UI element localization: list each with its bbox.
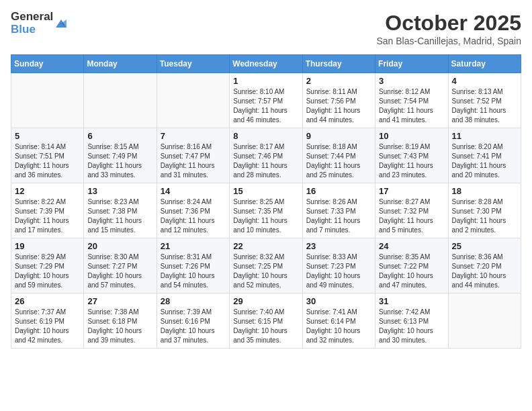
calendar-cell: 13Sunrise: 8:23 AM Sunset: 7:38 PM Dayli… (84, 183, 157, 238)
calendar-cell: 3Sunrise: 8:12 AM Sunset: 7:54 PM Daylig… (375, 73, 448, 128)
day-info: Sunrise: 8:27 AM Sunset: 7:32 PM Dayligh… (379, 197, 444, 235)
day-number: 2 (306, 76, 371, 86)
day-number: 6 (87, 131, 152, 141)
day-number: 10 (379, 131, 444, 141)
day-number: 22 (233, 241, 298, 251)
day-number: 1 (233, 76, 298, 86)
day-info: Sunrise: 7:42 AM Sunset: 6:13 PM Dayligh… (379, 308, 444, 345)
calendar-cell: 14Sunrise: 8:24 AM Sunset: 7:36 PM Dayli… (157, 183, 229, 238)
calendar-cell (157, 73, 229, 128)
calendar-cell: 27Sunrise: 7:38 AM Sunset: 6:18 PM Dayli… (84, 293, 157, 349)
calendar-cell: 18Sunrise: 8:28 AM Sunset: 7:30 PM Dayli… (448, 183, 521, 238)
calendar-cell: 22Sunrise: 8:32 AM Sunset: 7:25 PM Dayli… (230, 238, 302, 293)
calendar-cell: 21Sunrise: 8:31 AM Sunset: 7:26 PM Dayli… (157, 238, 229, 293)
calendar-cell: 15Sunrise: 8:25 AM Sunset: 7:35 PM Dayli… (230, 183, 302, 238)
day-info: Sunrise: 8:14 AM Sunset: 7:51 PM Dayligh… (15, 142, 80, 180)
day-info: Sunrise: 8:24 AM Sunset: 7:36 PM Dayligh… (161, 197, 226, 235)
day-info: Sunrise: 8:29 AM Sunset: 7:29 PM Dayligh… (15, 253, 80, 290)
calendar-cell: 31Sunrise: 7:42 AM Sunset: 6:13 PM Dayli… (375, 293, 448, 349)
day-info: Sunrise: 8:13 AM Sunset: 7:52 PM Dayligh… (452, 87, 517, 125)
day-info: Sunrise: 8:20 AM Sunset: 7:41 PM Dayligh… (452, 142, 517, 180)
calendar-cell: 30Sunrise: 7:41 AM Sunset: 6:14 PM Dayli… (302, 293, 375, 349)
calendar-cell: 1Sunrise: 8:10 AM Sunset: 7:57 PM Daylig… (230, 73, 302, 128)
calendar-table: SundayMondayTuesdayWednesdayThursdayFrid… (11, 54, 521, 349)
day-info: Sunrise: 8:18 AM Sunset: 7:44 PM Dayligh… (306, 142, 371, 180)
calendar-day-header: Thursday (302, 55, 375, 73)
day-number: 13 (87, 186, 152, 196)
logo-general-text: General (11, 11, 53, 24)
day-info: Sunrise: 7:39 AM Sunset: 6:16 PM Dayligh… (161, 308, 226, 345)
calendar-cell: 20Sunrise: 8:30 AM Sunset: 7:27 PM Dayli… (84, 238, 157, 293)
title-area: October 2025 San Blas-Canillejas, Madrid… (376, 11, 521, 46)
calendar-day-header: Tuesday (157, 55, 229, 73)
calendar-day-header: Sunday (11, 55, 84, 73)
day-info: Sunrise: 8:16 AM Sunset: 7:47 PM Dayligh… (161, 142, 226, 180)
day-number: 29 (233, 296, 298, 306)
calendar-cell (11, 73, 84, 128)
day-number: 24 (379, 241, 444, 251)
day-number: 27 (87, 296, 152, 306)
calendar-cell (84, 73, 157, 128)
day-info: Sunrise: 8:11 AM Sunset: 7:56 PM Dayligh… (306, 87, 371, 125)
calendar-day-header: Monday (84, 55, 157, 73)
logo-icon (54, 17, 68, 30)
calendar-cell (448, 293, 521, 349)
day-number: 18 (452, 186, 517, 196)
day-number: 28 (161, 296, 226, 306)
day-info: Sunrise: 8:23 AM Sunset: 7:38 PM Dayligh… (87, 197, 152, 235)
day-info: Sunrise: 8:12 AM Sunset: 7:54 PM Dayligh… (379, 87, 444, 125)
calendar-cell: 2Sunrise: 8:11 AM Sunset: 7:56 PM Daylig… (302, 73, 375, 128)
calendar-cell: 23Sunrise: 8:33 AM Sunset: 7:23 PM Dayli… (302, 238, 375, 293)
calendar-cell: 11Sunrise: 8:20 AM Sunset: 7:41 PM Dayli… (448, 128, 521, 183)
day-number: 25 (452, 241, 517, 251)
day-number: 14 (161, 186, 226, 196)
day-number: 30 (306, 296, 371, 306)
day-number: 9 (306, 131, 371, 141)
calendar-cell: 4Sunrise: 8:13 AM Sunset: 7:52 PM Daylig… (448, 73, 521, 128)
day-info: Sunrise: 8:33 AM Sunset: 7:23 PM Dayligh… (306, 253, 371, 290)
page-header: General Blue October 2025 San Blas-Canil… (11, 11, 521, 46)
day-info: Sunrise: 8:17 AM Sunset: 7:46 PM Dayligh… (233, 142, 298, 180)
calendar-cell: 28Sunrise: 7:39 AM Sunset: 6:16 PM Dayli… (157, 293, 229, 349)
calendar-cell: 7Sunrise: 8:16 AM Sunset: 7:47 PM Daylig… (157, 128, 229, 183)
day-info: Sunrise: 7:41 AM Sunset: 6:14 PM Dayligh… (306, 308, 371, 345)
calendar-week-row: 26Sunrise: 7:37 AM Sunset: 6:19 PM Dayli… (11, 293, 521, 349)
month-title: October 2025 (376, 11, 521, 36)
day-info: Sunrise: 8:28 AM Sunset: 7:30 PM Dayligh… (452, 197, 517, 235)
calendar-cell: 16Sunrise: 8:26 AM Sunset: 7:33 PM Dayli… (302, 183, 375, 238)
day-number: 15 (233, 186, 298, 196)
day-info: Sunrise: 8:31 AM Sunset: 7:26 PM Dayligh… (161, 253, 226, 290)
day-number: 12 (15, 186, 80, 196)
logo: General Blue (11, 11, 68, 36)
day-info: Sunrise: 8:19 AM Sunset: 7:43 PM Dayligh… (379, 142, 444, 180)
day-number: 11 (452, 131, 517, 141)
day-info: Sunrise: 8:26 AM Sunset: 7:33 PM Dayligh… (306, 197, 371, 235)
day-number: 19 (15, 241, 80, 251)
day-number: 21 (161, 241, 226, 251)
calendar-day-header: Friday (375, 55, 448, 73)
day-info: Sunrise: 8:15 AM Sunset: 7:49 PM Dayligh… (87, 142, 152, 180)
day-number: 4 (452, 76, 517, 86)
calendar-cell: 17Sunrise: 8:27 AM Sunset: 7:32 PM Dayli… (375, 183, 448, 238)
calendar-header-row: SundayMondayTuesdayWednesdayThursdayFrid… (11, 55, 521, 73)
day-number: 5 (15, 131, 80, 141)
day-number: 20 (87, 241, 152, 251)
calendar-cell: 8Sunrise: 8:17 AM Sunset: 7:46 PM Daylig… (230, 128, 302, 183)
day-info: Sunrise: 7:38 AM Sunset: 6:18 PM Dayligh… (87, 308, 152, 345)
day-info: Sunrise: 7:37 AM Sunset: 6:19 PM Dayligh… (15, 308, 80, 345)
calendar-day-header: Saturday (448, 55, 521, 73)
calendar-cell: 29Sunrise: 7:40 AM Sunset: 6:15 PM Dayli… (230, 293, 302, 349)
day-info: Sunrise: 7:40 AM Sunset: 6:15 PM Dayligh… (233, 308, 298, 345)
day-info: Sunrise: 8:35 AM Sunset: 7:22 PM Dayligh… (379, 253, 444, 290)
day-number: 16 (306, 186, 371, 196)
day-number: 26 (15, 296, 80, 306)
location-subtitle: San Blas-Canillejas, Madrid, Spain (376, 36, 521, 46)
day-info: Sunrise: 8:32 AM Sunset: 7:25 PM Dayligh… (233, 253, 298, 290)
calendar-week-row: 1Sunrise: 8:10 AM Sunset: 7:57 PM Daylig… (11, 73, 521, 128)
calendar-cell: 26Sunrise: 7:37 AM Sunset: 6:19 PM Dayli… (11, 293, 84, 349)
day-number: 17 (379, 186, 444, 196)
calendar-cell: 24Sunrise: 8:35 AM Sunset: 7:22 PM Dayli… (375, 238, 448, 293)
calendar-week-row: 5Sunrise: 8:14 AM Sunset: 7:51 PM Daylig… (11, 128, 521, 183)
calendar-cell: 10Sunrise: 8:19 AM Sunset: 7:43 PM Dayli… (375, 128, 448, 183)
calendar-week-row: 19Sunrise: 8:29 AM Sunset: 7:29 PM Dayli… (11, 238, 521, 293)
